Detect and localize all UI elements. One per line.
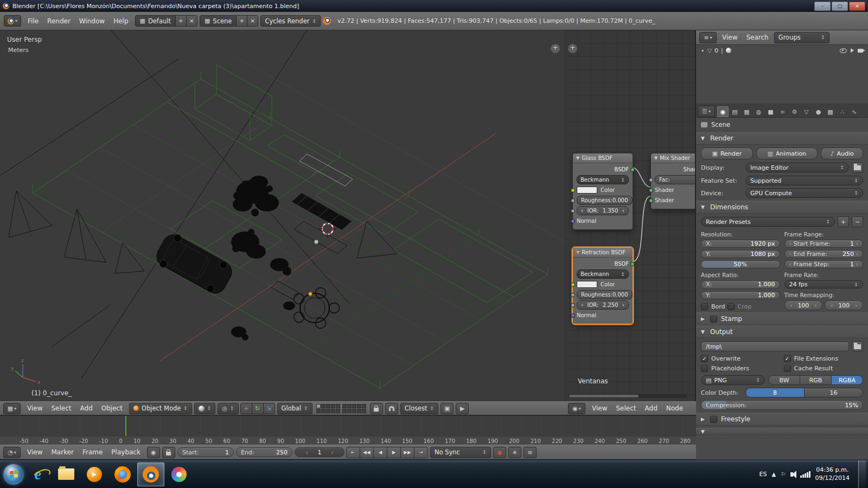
volume-icon[interactable] [790, 472, 793, 477]
timeline-menu-marker[interactable]: Marker [47, 448, 78, 456]
node-editor[interactable]: ▼Glass BSDF BSDF Beckmann↕ Color Roughne… [565, 30, 696, 401]
decrement-icon[interactable]: ‹ [789, 251, 792, 257]
layer-toggle[interactable] [352, 404, 356, 408]
checkbox-file-extensions[interactable]: ✓File Extensions [784, 355, 864, 362]
checkbox-box[interactable]: ✓ [701, 355, 708, 362]
properties-tab-render[interactable]: ◉ [717, 106, 729, 117]
node-menu-view[interactable]: View [588, 404, 611, 412]
panel-grip-icon[interactable]: ∷∷ [856, 136, 863, 142]
browse-output-button[interactable] [852, 341, 863, 352]
increment-icon[interactable]: › [856, 261, 858, 267]
playback-jump-to-end[interactable]: ⇥ [414, 447, 428, 458]
panel-header-dimensions[interactable]: ▼Dimensions∷∷ [696, 201, 868, 214]
remap-new-field[interactable]: ‹100› [825, 300, 863, 310]
device-select[interactable]: GPU Compute↕ [745, 188, 863, 198]
checkbox-box[interactable] [727, 303, 735, 310]
color-input-socket[interactable] [571, 188, 575, 192]
render-button[interactable]: ▣Render [701, 147, 753, 159]
bsdf-output-socket[interactable] [630, 262, 635, 266]
taskbar-item-media-player[interactable]: ▶ [81, 463, 108, 486]
delete-screen-button[interactable]: × [186, 15, 197, 27]
increment-icon[interactable]: › [855, 303, 857, 309]
checkbox-placeholders[interactable]: Placeholders [701, 365, 781, 372]
menu-render[interactable]: Render [43, 17, 75, 25]
layer-toggle[interactable] [362, 409, 366, 413]
properties-tab-texture[interactable]: ▩ [825, 106, 836, 117]
maximize-button[interactable]: ▢ [832, 2, 848, 11]
lock-to-scene-button[interactable] [370, 403, 383, 414]
layer-toggle[interactable] [362, 404, 366, 408]
viewport-menu-select[interactable]: Select [47, 404, 75, 412]
region-expand-icon[interactable]: + [550, 43, 560, 54]
layer-toggle[interactable] [347, 404, 352, 408]
screen-layout-value[interactable]: ▦Default [135, 15, 176, 27]
menu-window[interactable]: Window [75, 17, 109, 25]
translate-manipulator-toggle[interactable]: + [240, 403, 252, 414]
layer-toggle[interactable] [321, 404, 326, 408]
glass-node-header[interactable]: ▼Glass BSDF [573, 153, 633, 163]
panel-header-render[interactable]: ▼Render∷∷ [696, 132, 868, 145]
show-desktop-button[interactable] [858, 460, 866, 488]
collapse-icon[interactable]: ▶ [701, 316, 706, 322]
scrollbar-thumb[interactable] [569, 395, 639, 397]
panel-header-output[interactable]: ▼Output∷∷ [696, 325, 868, 338]
ior-input-socket[interactable] [571, 209, 575, 213]
timeline-menu-playback[interactable]: Playback [107, 448, 145, 456]
playback-next-keyframe[interactable]: ▶▶ [400, 447, 414, 458]
editor-type-button[interactable]: ◔▾ [3, 447, 21, 458]
properties-tab-material[interactable]: ● [813, 106, 824, 117]
ior-slider[interactable]: ‹IOR:1.350› [577, 206, 629, 215]
decrement-icon[interactable]: ‹ [831, 303, 833, 309]
playback-previous-keyframe[interactable]: ◀◀ [360, 447, 374, 458]
decrement-icon[interactable]: ‹ [305, 450, 308, 455]
audio-button[interactable]: ♪Audio [821, 147, 863, 159]
editor-type-button[interactable]: ☰▾ [698, 106, 715, 117]
outliner-menu-search[interactable]: Search [742, 34, 773, 41]
add-preset-button[interactable]: + [838, 216, 849, 227]
language-indicator[interactable]: ES [759, 471, 767, 478]
layer-toggle[interactable] [331, 404, 335, 408]
taskbar-item-blender[interactable] [137, 463, 164, 486]
layer-toggle[interactable] [357, 409, 361, 413]
add-screen-button[interactable]: + [175, 15, 187, 27]
panel-header-partial[interactable]: ▼ [696, 428, 868, 435]
layer-toggle[interactable] [321, 409, 326, 413]
viewport-menu-object[interactable]: Object [97, 404, 127, 412]
resolution-y-field[interactable]: Y:1080 px [701, 250, 780, 258]
start-button[interactable] [3, 464, 24, 485]
collapse-icon[interactable]: ▼ [576, 156, 579, 160]
3d-viewport[interactable]: x y z User Persp Meters (1) 0_curve_ + [0, 30, 565, 401]
scene-value[interactable]: ▦Scene [200, 15, 237, 27]
node-menu-node[interactable]: Node [662, 404, 687, 412]
aspect-x-field[interactable]: X:1.000 [701, 280, 780, 289]
remove-preset-button[interactable]: − [852, 216, 863, 227]
taskbar-item-image-app[interactable] [165, 463, 193, 486]
transform-orientation-select[interactable]: Global↕ [277, 403, 312, 414]
minimize-button[interactable]: – [814, 2, 831, 11]
render-presets-select[interactable]: Render Presets↕ [701, 217, 835, 227]
shader1-input-socket[interactable] [649, 188, 653, 192]
properties-tab-constraints[interactable]: ∞ [777, 106, 788, 117]
color-input-socket[interactable] [571, 282, 575, 287]
frame-rate-select[interactable]: 24 fps↕ [784, 280, 864, 288]
keying-options-button[interactable]: ≡ [524, 447, 537, 458]
panel-header-freestyle[interactable]: ▶Freestyle∷∷ [696, 413, 868, 426]
bsdf-output-socket[interactable] [630, 168, 635, 172]
render-engine-select[interactable]: Cycles Render↕ [260, 15, 321, 27]
mix-node-header[interactable]: ▼Mix Shader [651, 153, 696, 163]
decrement-icon[interactable]: ‹ [581, 208, 583, 214]
fac-input-socket[interactable] [649, 178, 653, 182]
renderability-camera-icon[interactable] [858, 49, 863, 53]
editor-type-button[interactable]: ▾ [4, 15, 21, 27]
file-format-select[interactable]: ▤PNG↕ [701, 375, 765, 385]
collapse-icon[interactable]: ▼ [701, 204, 706, 210]
properties-tab-world[interactable]: ◍ [753, 106, 764, 117]
panel-grip-icon[interactable]: ∷∷ [856, 329, 863, 335]
outliner-display-select[interactable]: Groups↕ [774, 32, 829, 43]
close-button[interactable]: × [849, 2, 865, 11]
color-mode-rgb[interactable]: RGB [800, 375, 832, 385]
collapse-icon[interactable]: ▼ [701, 329, 706, 335]
layer-toggle[interactable] [316, 409, 321, 413]
node-editor-hscrollbar[interactable] [568, 394, 687, 398]
roughness-slider[interactable]: Roughness:0.000 [577, 290, 633, 299]
